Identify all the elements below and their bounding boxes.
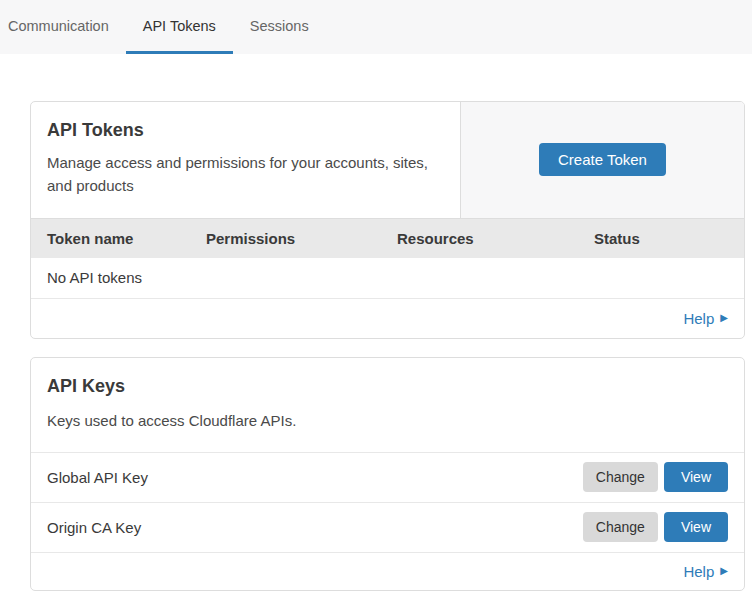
api-tokens-card-header: API Tokens Manage access and permissions… [31,102,744,218]
arrow-right-icon: ▶ [720,566,728,576]
origin-ca-key-label: Origin CA Key [47,519,141,536]
api-keys-description: Keys used to access Cloudflare APIs. [47,409,728,432]
tokens-empty-message: No API tokens [47,269,142,286]
api-tokens-description: Manage access and permissions for your a… [47,151,444,198]
api-tokens-card: API Tokens Manage access and permissions… [30,101,745,339]
column-header-permissions: Permissions [206,230,397,247]
origin-ca-key-actions: Change View [583,512,728,542]
change-global-api-key-button[interactable]: Change [583,462,658,492]
tokens-card-footer: Help ▶ [31,299,744,338]
tokens-table-header: Token name Permissions Resources Status [31,218,744,258]
change-origin-ca-key-button[interactable]: Change [583,512,658,542]
api-keys-card-header: API Keys Keys used to access Cloudflare … [31,358,744,452]
tab-row: Communication API Tokens Sessions [0,0,326,54]
column-header-token-name: Token name [47,230,206,247]
tab-api-tokens[interactable]: API Tokens [126,0,233,54]
global-api-key-label: Global API Key [47,469,148,486]
api-tokens-header-text: API Tokens Manage access and permissions… [31,102,460,218]
column-header-resources: Resources [397,230,594,247]
tab-bar: Communication API Tokens Sessions [0,0,752,54]
tokens-help-label: Help [683,310,714,327]
tokens-empty-row: No API tokens [31,258,744,299]
api-key-row-origin-ca: Origin CA Key Change View [31,502,744,552]
api-key-row-global: Global API Key Change View [31,452,744,502]
tab-communication[interactable]: Communication [0,0,126,54]
tab-sessions[interactable]: Sessions [233,0,326,54]
keys-help-link[interactable]: Help ▶ [683,563,728,580]
global-api-key-actions: Change View [583,462,728,492]
create-token-panel: Create Token [460,102,744,218]
keys-card-footer: Help ▶ [31,552,744,590]
create-token-button[interactable]: Create Token [539,143,666,176]
api-tokens-title: API Tokens [47,120,444,141]
arrow-right-icon: ▶ [720,313,728,323]
view-origin-ca-key-button[interactable]: View [664,512,728,542]
column-header-status: Status [594,230,744,247]
api-keys-card: API Keys Keys used to access Cloudflare … [30,357,745,591]
api-keys-title: API Keys [47,376,728,397]
keys-help-label: Help [683,563,714,580]
content-area: API Tokens Manage access and permissions… [30,101,745,591]
view-global-api-key-button[interactable]: View [664,462,728,492]
tokens-help-link[interactable]: Help ▶ [683,310,728,327]
